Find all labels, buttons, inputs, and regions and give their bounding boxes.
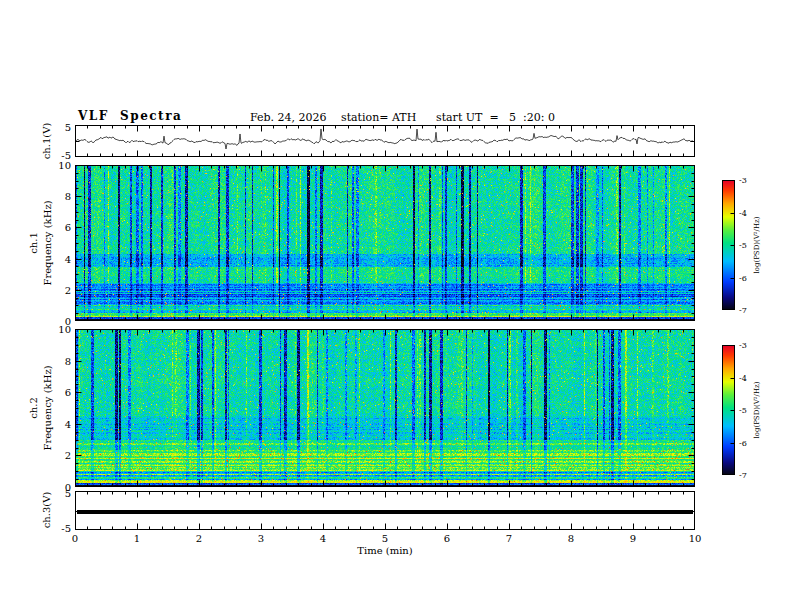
- ch1-spec-ylabel-channel: ch.1: [28, 232, 39, 254]
- ch2-spectrogram-panel: [75, 329, 695, 487]
- colorbar-tick-label: -4: [739, 373, 747, 382]
- colorbar-ch1: [722, 180, 735, 310]
- colorbar-tick-label: -6: [739, 438, 747, 447]
- freq-tick-label: 2: [65, 284, 71, 295]
- colorbar-tick-label: -4: [739, 208, 747, 217]
- date-label: Feb. 24, 2026: [250, 111, 327, 124]
- voltage-tick-label: -5: [61, 150, 71, 161]
- colorbar-tick-label: -7: [739, 471, 747, 480]
- voltage-tick-label: 5: [65, 122, 71, 133]
- time-tick-label: 9: [630, 533, 636, 544]
- ch1-spectrogram-panel: [75, 165, 695, 321]
- time-tick-label: 6: [444, 533, 450, 544]
- station-label: station= ATH: [341, 111, 416, 124]
- vlf-spectra-figure: VLF Spectra Feb. 24, 2026 station= ATH s…: [0, 0, 792, 612]
- time-tick-label: 7: [506, 533, 512, 544]
- freq-tick-label: 4: [65, 253, 71, 264]
- figure-title: VLF Spectra: [78, 109, 182, 123]
- freq-tick-label: 6: [65, 387, 71, 398]
- time-axis-label: Time (min): [357, 545, 412, 556]
- freq-tick-label: 8: [65, 191, 71, 202]
- freq-tick-label: 8: [65, 355, 71, 366]
- colorbar-tick-label: -3: [739, 176, 747, 185]
- voltage-tick-label: 5: [65, 488, 71, 499]
- freq-tick-label: 4: [65, 418, 71, 429]
- time-tick-label: 1: [134, 533, 140, 544]
- freq-tick-label: 10: [58, 324, 71, 335]
- ch1-spec-ylabel-frequency: Frequency (kHz): [42, 200, 53, 285]
- colorbar-tick-label: -5: [739, 406, 747, 415]
- colorbar-tick-label: -6: [739, 273, 747, 282]
- ch1-voltage-ylabel: ch.1(V): [41, 123, 52, 160]
- ch3-voltage-ylabel: ch.3(V): [41, 492, 52, 529]
- time-tick-label: 8: [568, 533, 574, 544]
- freq-tick-label: 6: [65, 222, 71, 233]
- colorbar2-unit-label: log(PSD)(V²/Hz): [753, 382, 761, 439]
- colorbar-tick-label: -7: [739, 306, 747, 315]
- freq-tick-label: 10: [58, 160, 71, 171]
- ch2-spec-ylabel-frequency: Frequency (kHz): [42, 365, 53, 450]
- ch3-waveform-panel: [75, 491, 695, 530]
- colorbar-tick-label: -3: [739, 341, 747, 350]
- start-ut-label: start UT = 5 :20: 0: [436, 111, 555, 124]
- voltage-tick-label: -5: [61, 523, 71, 534]
- colorbar-tick-label: -5: [739, 241, 747, 250]
- freq-tick-label: 2: [65, 450, 71, 461]
- colorbar1-unit-label: log(PSD)(V²/Hz): [753, 217, 761, 274]
- time-tick-label: 0: [72, 533, 78, 544]
- ch1-waveform-panel: [75, 125, 695, 157]
- ch2-spec-ylabel-channel: ch.2: [28, 397, 39, 419]
- time-tick-label: 5: [382, 533, 388, 544]
- colorbar-ch2: [722, 345, 735, 475]
- time-tick-label: 3: [258, 533, 264, 544]
- time-tick-label: 10: [689, 533, 702, 544]
- time-tick-label: 2: [196, 533, 202, 544]
- time-tick-label: 4: [320, 533, 326, 544]
